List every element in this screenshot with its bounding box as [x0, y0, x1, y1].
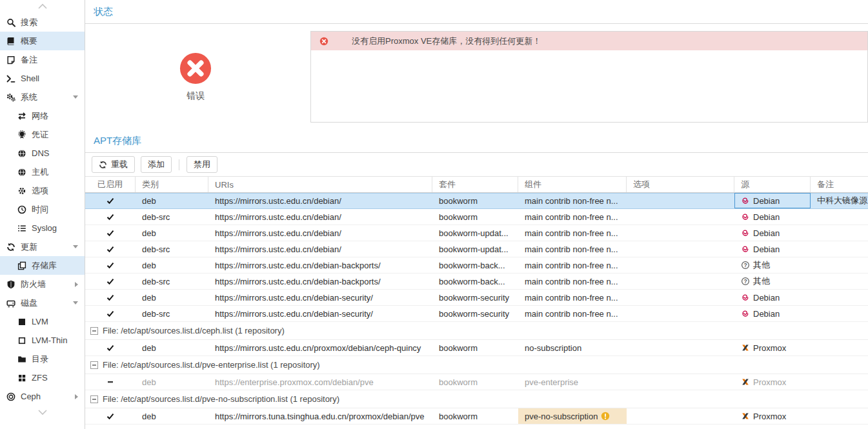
table-row[interactable]: deb-srchttps://mirrors.ustc.edu.cn/debia…: [85, 209, 868, 225]
type-cell: deb: [136, 257, 208, 273]
add-button[interactable]: 添加: [141, 156, 172, 173]
sidebar-item-hosts[interactable]: 主机: [0, 163, 85, 181]
origin-label: Proxmox: [753, 412, 786, 421]
disable-button-label: 禁用: [194, 159, 210, 170]
sidebar-item-ceph[interactable]: Ceph: [0, 387, 85, 406]
reload-button[interactable]: 重载: [92, 156, 135, 173]
scroll-up-icon[interactable]: [0, 0, 85, 13]
scroll-down-icon[interactable]: [0, 406, 85, 419]
gear-icon: [17, 186, 27, 195]
options-cell: [627, 340, 734, 355]
origin-cell: Debian: [734, 290, 811, 305]
table-row[interactable]: debhttps://mirrors.ustc.edu.cn/debian/bo…: [85, 193, 868, 209]
sidebar-item-label: 时间: [32, 204, 48, 215]
components-label: main contrib non-free n...: [525, 244, 618, 254]
suite-cell: bookworm: [432, 340, 518, 355]
components-label: no-subscription: [525, 343, 581, 353]
column-header-type[interactable]: 类别: [136, 177, 208, 192]
sidebar-item-certificates[interactable]: 凭证: [0, 125, 85, 144]
suite-cell: bookworm: [432, 408, 518, 424]
grid-header: 已启用类别URIs套件组件选项源备注: [85, 177, 868, 193]
sidebar-item-summary[interactable]: 概要: [0, 32, 85, 50]
type-cell: deb-src: [136, 306, 208, 321]
column-header-enabled[interactable]: 已启用: [85, 177, 136, 192]
column-header-suite[interactable]: 套件: [432, 177, 518, 192]
table-row[interactable]: debhttps://mirrors.ustc.edu.cn/debian/bo…: [85, 225, 868, 241]
check-icon: [106, 196, 115, 205]
uri-cell: https://mirrors.ustc.edu.cn/debian-backp…: [208, 257, 432, 273]
sidebar-item-directory[interactable]: 目录: [0, 350, 85, 368]
sidebar-item-options[interactable]: 选项: [0, 181, 85, 200]
other-icon: ?: [741, 277, 750, 286]
sidebar-item-lvm[interactable]: LVM: [0, 312, 85, 331]
origin-label: Debian: [753, 196, 780, 206]
origin-label: Debian: [753, 293, 780, 303]
group-row[interactable]: File: /etc/apt/sources.list.d/ceph.list …: [85, 322, 868, 340]
column-header-components[interactable]: 组件: [518, 177, 627, 192]
table-row[interactable]: deb-srchttps://mirrors.ustc.edu.cn/debia…: [85, 306, 868, 322]
update-status-message: 没有启用Proxmox VE存储库，没有得到任何更新！: [352, 35, 541, 47]
sidebar-item-repositories[interactable]: 存储库: [0, 256, 85, 275]
origin-label: Debian: [753, 212, 780, 222]
column-header-origin[interactable]: 源: [734, 177, 811, 192]
sidebar-item-disks[interactable]: 磁盘: [0, 294, 85, 312]
uri-cell: https://mirrors.ustc.edu.cn/debian-secur…: [208, 290, 432, 305]
enabled-cell: [85, 193, 136, 208]
group-label: File: /etc/apt/sources.list.d/ceph.list …: [103, 326, 285, 335]
table-row[interactable]: debhttps://mirrors.tuna.tsinghua.edu.cn/…: [85, 408, 868, 424]
table-row[interactable]: deb-srchttps://mirrors.ustc.edu.cn/debia…: [85, 241, 868, 257]
sidebar-item-time[interactable]: 时间: [0, 200, 85, 219]
sidebar-item-notes[interactable]: 备注: [0, 50, 85, 69]
check-icon: [106, 244, 115, 254]
column-header-comment[interactable]: 备注: [811, 177, 868, 192]
sidebar-item-dns[interactable]: DNS: [0, 144, 85, 163]
other-icon: ?: [741, 261, 750, 270]
comment-cell: [811, 257, 868, 273]
sidebar-item-search[interactable]: 搜索: [0, 13, 85, 32]
grid-body: debhttps://mirrors.ustc.edu.cn/debian/bo…: [85, 193, 868, 424]
sidebar-item-firewall[interactable]: 防火墙: [0, 275, 85, 294]
ceph-icon: [6, 392, 16, 401]
table-row[interactable]: debhttps://mirrors.ustc.edu.cn/debian-ba…: [85, 257, 868, 274]
sidebar-item-updates[interactable]: 更新: [0, 237, 85, 256]
sidebar-item-label: 备注: [21, 54, 37, 66]
table-row[interactable]: debhttps://mirrors.ustc.edu.cn/proxmox/d…: [85, 340, 868, 356]
group-row[interactable]: File: /etc/apt/sources.list.d/pve-enterp…: [85, 356, 868, 374]
origin-cell: Proxmox: [734, 374, 811, 390]
table-row[interactable]: debhttps://enterprise.proxmox.com/debian…: [85, 374, 868, 390]
note-icon: [6, 55, 16, 65]
type-cell: deb-src: [136, 209, 208, 224]
origin-cell: Debian: [734, 241, 811, 257]
sidebar-item-label: Shell: [21, 74, 39, 83]
sidebar-item-shell[interactable]: Shell: [0, 69, 85, 88]
group-row[interactable]: File: /etc/apt/sources.list.d/pve-no-sub…: [85, 390, 868, 408]
suite-cell: bookworm: [432, 193, 518, 208]
table-row[interactable]: deb-srchttps://mirrors.ustc.edu.cn/debia…: [85, 274, 868, 290]
options-cell: [627, 306, 734, 321]
uri-cell: https://mirrors.ustc.edu.cn/proxmox/debi…: [208, 340, 432, 355]
table-row[interactable]: debhttps://mirrors.ustc.edu.cn/debian-se…: [85, 290, 868, 306]
enabled-cell: [85, 374, 136, 390]
uri-cell: https://mirrors.ustc.edu.cn/debian-secur…: [208, 306, 432, 321]
check-icon: [106, 277, 115, 286]
chevron-down-icon: [73, 95, 78, 99]
add-button-label: 添加: [148, 159, 165, 170]
sidebar-item-system[interactable]: 系统: [0, 88, 85, 106]
grid-icon: [17, 374, 27, 383]
comment-cell: [811, 374, 868, 390]
column-header-uris[interactable]: URIs: [208, 177, 432, 192]
components-cell: pve-no-subscription: [518, 408, 627, 424]
components-cell: main contrib non-free n...: [518, 209, 627, 224]
disable-button[interactable]: 禁用: [187, 156, 217, 173]
type-cell: deb: [136, 340, 208, 355]
options-cell: [627, 374, 734, 390]
column-header-options[interactable]: 选项: [627, 177, 734, 192]
uri-cell: https://mirrors.ustc.edu.cn/debian/: [208, 225, 432, 241]
sidebar-item-network[interactable]: 网络: [0, 106, 85, 125]
comment-cell: [811, 225, 868, 241]
components-cell: main contrib non-free n...: [518, 241, 627, 257]
sidebar-item-lvm-thin[interactable]: LVM-Thin: [0, 331, 85, 350]
proxmox-icon: [741, 343, 750, 352]
sidebar-item-syslog[interactable]: Syslog: [0, 219, 85, 237]
sidebar-item-zfs[interactable]: ZFS: [0, 368, 85, 387]
